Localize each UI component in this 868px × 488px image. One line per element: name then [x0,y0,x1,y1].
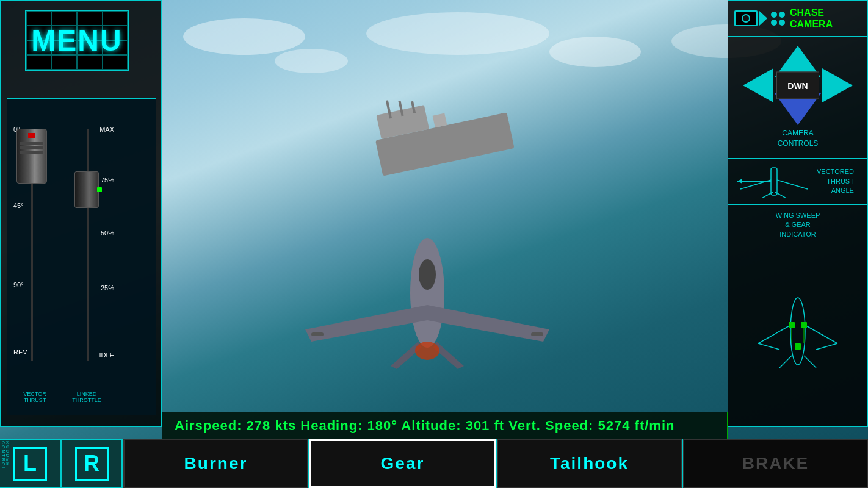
svg-marker-21 [737,179,742,184]
wing-gear-section: WING SWEEP & GEAR INDICATOR [728,205,867,426]
throttle-idle-label: IDLE [99,351,114,359]
svg-line-27 [779,356,792,368]
rudder-l-letter: L [13,447,47,481]
throttle-75-label: 75% [101,176,114,184]
svg-line-23 [758,325,790,343]
rudder-wrapper: RUDDERCONTROL L R [0,439,122,488]
svg-line-19 [775,192,786,198]
stats-text: Airspeed: 278 kts Heading: 180° Altitude… [175,418,675,434]
wing-sweep-label: WING SWEEP & GEAR INDICATOR [734,211,861,239]
thrust-angle-svg [734,165,814,198]
throttle-25-label: 25% [101,284,114,292]
rudder-red-indicator [28,133,35,138]
angle-45-label: 45° [13,202,24,209]
dpad-container: DWN [743,46,853,125]
linked-throttle-label: LINKED THROTTLE [65,391,108,403]
svg-rect-31 [795,343,801,350]
camera-body [734,10,758,26]
controls-area: 0° 45° 90° REV VECTOR THRUST [7,98,156,415]
rudder-grip-1 [20,142,43,145]
brake-button[interactable]: BRAKE [683,439,868,488]
svg-line-24 [805,325,837,343]
tailhook-button[interactable]: Tailhook [497,439,682,488]
thrust-angle-section: VECTORED THRUST ANGLE [728,159,867,205]
angle-90-label: 90° [13,281,24,289]
gear-button[interactable]: Gear [309,439,496,488]
svg-point-6 [410,238,444,348]
svg-point-11 [419,259,436,290]
vectored-thrust-label: VECTORED THRUST ANGLE [817,167,854,195]
cam-record-dot-2 [779,12,785,18]
throttle-handle[interactable] [74,171,99,208]
svg-rect-15 [771,168,777,195]
wing-gear-svg [752,289,844,374]
stats-bar: Airspeed: 278 kts Heading: 180° Altitude… [162,412,728,439]
svg-point-22 [790,298,805,365]
svg-marker-7 [305,305,427,342]
svg-point-12 [415,342,439,360]
svg-marker-10 [433,342,464,369]
dpad-right-button[interactable] [822,68,853,102]
dpad-center-button[interactable]: DWN [776,72,819,99]
svg-marker-9 [391,342,421,369]
app: MENU 0° 45° 90° REV [0,0,868,488]
svg-line-18 [762,192,773,198]
throttle-max-label: MAX [99,126,114,133]
svg-line-28 [804,356,816,368]
cam-record-dot-3 [771,20,777,26]
rudder-grip-3 [20,151,43,154]
camera-controls-label: CAMERA CONTROLS [778,128,819,149]
chase-camera-label: CHASE CAMERA [790,7,833,30]
menu-button[interactable]: MENU [25,10,129,71]
burner-button[interactable]: Burner [123,439,308,488]
rudder-left-button[interactable]: L [0,439,61,488]
svg-rect-13 [311,332,324,336]
svg-marker-8 [427,305,549,342]
svg-line-25 [758,343,779,350]
right-panel: CHASE CAMERA DWN CAMERA CONTROLS [728,0,868,427]
throttle-green-indicator [97,187,102,192]
angle-rev-label: REV [13,348,27,356]
camera-lens [742,14,750,23]
bottom-bar: RUDDERCONTROL L R Burner Gear Tailhook B… [0,439,868,488]
throttle-50-label: 50% [101,229,114,237]
dpad-left-button[interactable] [743,68,773,102]
rudder-r-letter: R [75,447,109,481]
vector-thrust-label: VECTOR THRUST [13,391,56,403]
camera-side [759,10,767,26]
camera-icon-group [734,10,785,26]
svg-line-17 [777,180,808,189]
menu-grid [26,11,128,70]
rudder-handle[interactable] [16,129,47,184]
rudder-right-button[interactable]: R [61,439,122,488]
cam-record-dot-4 [779,20,785,26]
chase-camera-section: CHASE CAMERA [728,1,867,37]
dpad-center-text: DWN [787,81,808,90]
rudder-grip-2 [20,146,43,149]
svg-line-26 [816,343,837,350]
left-panel: MENU 0° 45° 90° REV [0,0,162,427]
wing-diagram-container [734,242,861,420]
svg-rect-14 [531,332,543,336]
dpad-section: DWN CAMERA CONTROLS [728,37,867,159]
cam-record-dot-1 [771,12,777,18]
